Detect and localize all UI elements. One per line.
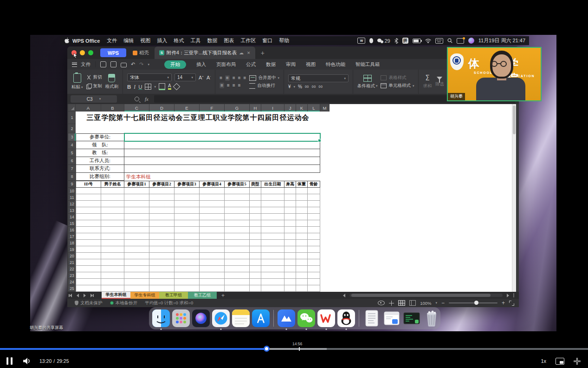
column-header-j[interactable]: J (284, 104, 296, 112)
cell[interactable] (296, 240, 308, 246)
caret-down-icon[interactable]: ▾ (435, 301, 437, 305)
cell[interactable] (250, 246, 261, 253)
dock-app-store[interactable] (252, 309, 270, 327)
normal-view-icon[interactable] (398, 300, 405, 306)
first-sheet-button[interactable] (70, 294, 72, 297)
info-value-row-7[interactable] (124, 165, 320, 173)
font-name-select[interactable]: 宋体▾ (127, 73, 172, 81)
cell[interactable] (174, 188, 200, 194)
cell[interactable] (76, 220, 101, 227)
info-value-row-4[interactable] (124, 141, 320, 149)
cell[interactable] (308, 272, 320, 279)
exit-fullscreen-icon[interactable] (574, 358, 581, 365)
filter-button[interactable]: 筛选 (435, 77, 444, 87)
cell[interactable] (101, 214, 124, 220)
cell[interactable] (284, 240, 296, 246)
cell[interactable] (308, 207, 320, 214)
cell[interactable] (149, 214, 174, 220)
cell[interactable] (225, 259, 250, 266)
fx-icon[interactable]: fx (145, 96, 149, 102)
cell[interactable] (124, 188, 149, 194)
cell[interactable] (149, 194, 174, 201)
cell[interactable] (261, 266, 284, 272)
cell[interactable] (174, 266, 200, 272)
shrink-font-button[interactable]: A- (207, 75, 211, 80)
cell[interactable] (124, 207, 149, 214)
cell[interactable] (261, 194, 284, 201)
ribbon-tab[interactable]: 公式 (246, 61, 256, 68)
align-left-button[interactable]: ≡ (220, 83, 224, 88)
document-tab[interactable]: S 附件4：三亚学...线下项目报名表 ☁ ✕ (155, 46, 255, 59)
cell[interactable] (101, 188, 124, 194)
menu-item[interactable]: 编辑 (123, 37, 134, 44)
info-label-row-3[interactable]: 参赛单位: (76, 133, 124, 141)
page-break-view-icon[interactable] (409, 300, 416, 306)
cell[interactable] (149, 220, 174, 227)
cell[interactable] (200, 194, 225, 201)
cell[interactable] (149, 272, 174, 279)
column-header-b[interactable]: B (101, 104, 124, 112)
info-value-row-3[interactable] (124, 133, 320, 141)
dock-minimized-document[interactable] (363, 309, 381, 327)
cell[interactable] (101, 227, 124, 233)
minimize-traffic-light[interactable] (80, 50, 85, 55)
export-icon[interactable] (110, 61, 116, 67)
zoom-slider-knob[interactable] (474, 301, 478, 305)
cell[interactable] (76, 214, 101, 220)
cell[interactable] (76, 266, 101, 272)
last-sheet-button[interactable] (90, 294, 93, 297)
align-middle-button[interactable]: ≡ (225, 75, 230, 81)
cell[interactable] (284, 233, 296, 240)
keyboard-icon[interactable] (435, 38, 443, 44)
increase-indent-button[interactable]: ≡ (244, 76, 246, 80)
cell[interactable] (308, 188, 320, 194)
sum-button[interactable]: Σ 求和 (423, 75, 432, 89)
dock-safari[interactable] (212, 309, 230, 327)
info-label-row-6[interactable]: 工作人员: (76, 157, 124, 165)
menu-item[interactable]: 文件 (107, 37, 117, 44)
row-header-16[interactable]: 16 (68, 227, 76, 233)
volume-button[interactable] (23, 357, 31, 365)
cell[interactable] (174, 272, 200, 279)
cell[interactable] (124, 201, 149, 207)
cell[interactable] (101, 201, 124, 207)
protection-status[interactable]: 文档未保护 (75, 300, 103, 306)
cell[interactable] (124, 240, 149, 246)
merge-center-button[interactable]: 合并居中 ▾ (249, 75, 279, 81)
cell[interactable] (174, 246, 200, 253)
qq-menubar-icon[interactable] (369, 38, 373, 43)
wechat-menubar-icon[interactable]: 29 (377, 38, 390, 44)
cell[interactable] (200, 240, 225, 246)
scroll-right-icon[interactable] (507, 294, 509, 297)
ribbon-tab[interactable]: 视图 (306, 61, 316, 68)
cell[interactable] (225, 279, 250, 285)
column-header-a[interactable]: A (76, 104, 101, 112)
align-top-button[interactable]: ≡ (220, 76, 222, 80)
cell[interactable] (261, 214, 284, 220)
cell[interactable] (296, 220, 308, 227)
select-all-corner[interactable] (68, 104, 76, 112)
cell[interactable] (284, 279, 296, 285)
print-icon[interactable] (121, 63, 127, 67)
row-header-14[interactable]: 14 (68, 214, 76, 220)
ribbon-tab[interactable]: 审阅 (286, 61, 296, 68)
cell[interactable] (76, 194, 101, 201)
cell[interactable] (308, 240, 320, 246)
cell[interactable] (308, 194, 320, 201)
docer-tab[interactable]: 稻壳 (133, 50, 149, 56)
cell[interactable] (101, 194, 124, 201)
cell[interactable] (101, 285, 124, 292)
cell[interactable] (225, 233, 250, 240)
cell[interactable] (284, 285, 296, 292)
cell[interactable] (101, 259, 124, 266)
cell[interactable] (124, 266, 149, 272)
close-tab-icon[interactable]: ✕ (247, 51, 251, 55)
increase-decimal-button[interactable]: 00 (312, 85, 316, 88)
ribbon-tab[interactable]: 特色功能 (326, 61, 345, 68)
clear-format-button[interactable] (173, 83, 180, 91)
cell[interactable] (261, 227, 284, 233)
caret-down-icon[interactable]: ▾ (294, 85, 296, 89)
row-header-20[interactable]: 20 (68, 253, 76, 259)
cell[interactable] (149, 253, 174, 259)
cell[interactable] (76, 279, 101, 285)
